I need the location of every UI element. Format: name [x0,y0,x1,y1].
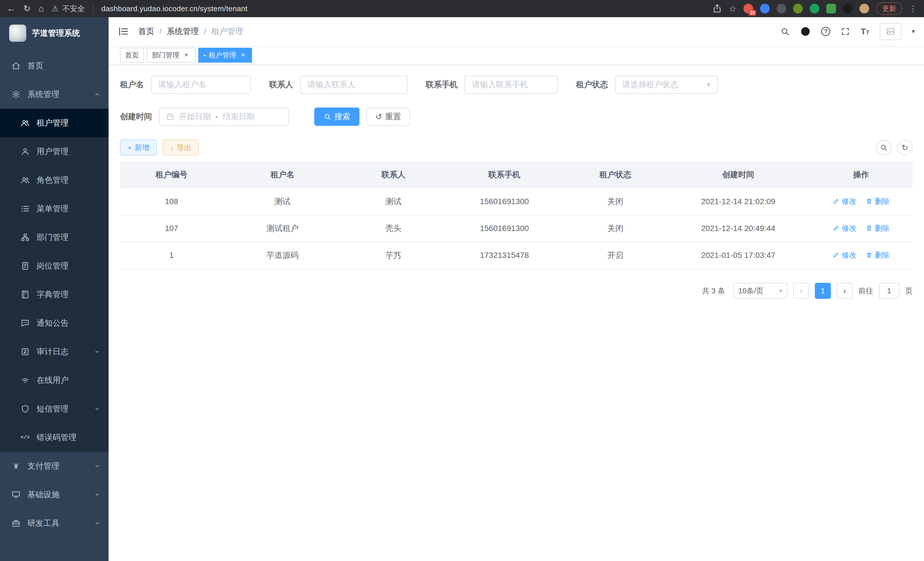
row-delete-button[interactable]: 删除 [866,250,890,260]
extension-icon-6[interactable] [826,4,836,14]
monitor-icon [11,490,21,499]
add-button[interactable]: + 新增 [120,140,157,156]
security-label: 不安全 [63,4,85,14]
tenant-name-label: 租户名 [120,79,144,90]
sidebar-item-online-users[interactable]: 在线用户 [0,366,109,395]
contact-input[interactable] [300,75,407,94]
share-icon[interactable] [712,4,722,14]
export-button[interactable]: ↓ 导出 [163,140,199,156]
breadcrumb: 首页 / 系统管理 / 租户管理 [138,26,243,37]
avatar-caret-down-icon[interactable]: ▾ [912,28,915,35]
col-created: 创建时间 [667,161,809,188]
site-security-chip[interactable]: ⚠ 不安全 [52,4,93,14]
extension-icon-1[interactable]: 10 [743,4,753,14]
refresh-icon: ↻ [902,143,908,152]
sidebar-item-menu-management[interactable]: 菜单管理 [0,194,109,223]
sidebar-item-infrastructure[interactable]: 基础设施 [0,480,109,509]
sidebar-item-tenant-management[interactable]: 租户管理 [0,109,109,137]
sidebar-fold-icon[interactable] [118,26,129,37]
sidebar-item-label: 审计日志 [37,346,69,357]
breadcrumb-home[interactable]: 首页 [138,26,154,37]
tab-dept-management[interactable]: 部门管理 × [147,48,195,63]
sidebar-item-audit-log[interactable]: 审计日志 [0,337,109,366]
page-number-1[interactable]: 1 [815,283,831,299]
sidebar-item-label: 错误码管理 [37,432,76,443]
extension-icon-4[interactable] [793,4,803,14]
col-tenant-id: 租户编号 [120,161,223,188]
row-edit-button[interactable]: 修改 [832,223,856,233]
row-edit-button[interactable]: 修改 [832,196,856,206]
sidebar-item-post-management[interactable]: 岗位管理 [0,252,109,280]
date-range-picker[interactable]: 开始日期 - 结束日期 [159,108,289,126]
row-edit-button[interactable]: 修改 [832,250,856,260]
row-delete-button[interactable]: 删除 [866,223,890,233]
extension-icon-3[interactable] [777,4,786,14]
tab-tenant-management[interactable]: ● 租户管理 × [198,48,252,63]
sidebar-item-dept-management[interactable]: 部门管理 [0,223,109,252]
close-icon[interactable]: × [182,51,190,59]
tenant-name-input[interactable] [151,75,251,94]
user-avatar[interactable] [880,23,902,40]
sidebar-item-dev-tools[interactable]: 研发工具 [0,509,109,538]
contact-phone-input[interactable] [465,75,558,94]
extension-icon-7[interactable] [843,4,853,14]
cell-tenant-id: 108 [120,188,223,215]
trash-icon [866,198,873,205]
sidebar-item-label: 部门管理 [37,232,69,243]
browser-reload-button[interactable]: ↻ [23,4,31,13]
browser-home-button[interactable]: ⌂ [39,4,44,13]
create-time-label: 创建时间 [120,111,152,122]
sidebar-item-error-code[interactable]: </> 错误码管理 [0,423,109,452]
toggle-search-button[interactable] [876,140,891,155]
extension-icon-2[interactable] [760,4,770,14]
bookmark-star-icon[interactable]: ☆ [729,4,736,14]
prev-page-button[interactable]: ‹ [793,283,809,299]
browser-back-button[interactable]: ← [7,4,15,13]
tenant-status-select[interactable]: 请选择租户状态 ▾ [615,75,718,94]
fullscreen-icon[interactable] [841,27,850,36]
field-create-time: 创建时间 开始日期 - 结束日期 [120,108,289,126]
sidebar-item-home[interactable]: 首页 [0,51,109,80]
tab-home[interactable]: 首页 [120,48,144,63]
cell-created: 2021-12-14 20:49:44 [667,215,809,242]
close-icon[interactable]: × [239,51,247,59]
profile-avatar[interactable] [860,4,869,14]
search-icon[interactable] [780,27,790,36]
sidebar-item-dict-management[interactable]: 字典管理 [0,280,109,309]
chrome-update-button[interactable]: 更新 [876,2,902,15]
search-button[interactable]: 搜索 [314,108,359,126]
font-size-icon[interactable]: TT [861,27,869,36]
github-icon[interactable] [800,26,811,37]
browser-menu-icon[interactable]: ⋮ [909,4,917,14]
sidebar-item-notice[interactable]: 通知公告 [0,309,109,337]
download-icon: ↓ [170,143,174,152]
field-tenant-status: 租户状态 请选择租户状态 ▾ [576,75,718,94]
table-row: 1 芋道源码 芋艿 17321315478 开启 2021-01-05 17:0… [120,242,913,269]
search-icon [880,144,888,152]
sidebar-item-payment[interactable]: ¥ 支付管理 [0,452,109,480]
home-icon [11,61,21,70]
cell-actions: 修改删除 [809,188,913,215]
sidebar-logo[interactable]: 芋道管理系统 [0,17,109,49]
sidebar-item-user-management[interactable]: 用户管理 [0,137,109,166]
address-bar-url[interactable]: dashboard.yudao.iocoder.cn/system/tenant [101,4,248,13]
app-title: 芋道管理系统 [32,28,80,39]
sidebar-item-sms-management[interactable]: 短信管理 [0,395,109,423]
search-form-row-1: 租户名 联系人 联系手机 租户状态 请选择租户状态 ▾ [120,75,913,94]
cell-status: 关闭 [564,188,667,215]
tenant-table: 租户编号 租户名 联系人 联系手机 租户状态 创建时间 操作 108 测试 测试 [120,161,913,269]
next-page-button[interactable]: › [837,283,853,299]
sidebar-item-role-management[interactable]: 角色管理 [0,166,109,194]
extension-icon-5[interactable] [810,4,819,14]
sidebar-item-label: 短信管理 [37,403,69,414]
help-icon[interactable]: ? [821,27,830,36]
reset-button[interactable]: ↺ 重置 [366,108,410,126]
jump-page-input[interactable] [879,283,899,299]
refresh-button[interactable]: ↻ [897,140,913,155]
audit-log-icon [21,347,30,356]
breadcrumb-system[interactable]: 系统管理 [167,26,199,37]
chevron-down-icon [94,463,100,469]
row-delete-button[interactable]: 删除 [866,196,890,206]
page-size-select[interactable]: 10条/页 ▾ [733,283,788,299]
sidebar-item-system-management[interactable]: 系统管理 [0,80,109,109]
